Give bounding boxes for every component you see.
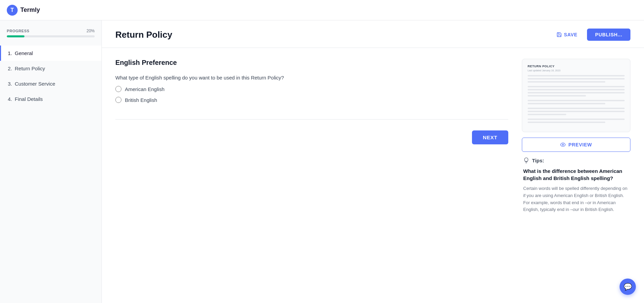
sidebar-item-customer-service[interactable]: 3. Customer Service bbox=[0, 76, 101, 91]
radio-american[interactable] bbox=[115, 86, 121, 92]
save-button[interactable]: SAVE bbox=[551, 29, 583, 40]
chat-icon: 💬 bbox=[624, 283, 632, 291]
form-section: English Preference What type of English … bbox=[115, 59, 508, 292]
nav-item-label: Final Details bbox=[15, 96, 43, 102]
content-body: English Preference What type of English … bbox=[102, 48, 644, 303]
doc-line bbox=[528, 114, 566, 115]
preview-button[interactable]: PREVIEW bbox=[522, 138, 630, 152]
logo-name: Termly bbox=[20, 6, 40, 14]
lightbulb-icon bbox=[523, 157, 529, 163]
doc-line bbox=[528, 108, 625, 109]
doc-line bbox=[528, 75, 625, 76]
section-title: English Preference bbox=[115, 59, 508, 67]
radio-group: American English British English bbox=[115, 86, 508, 103]
nav-item-label: Return Policy bbox=[15, 66, 45, 71]
preview-button-label: PREVIEW bbox=[568, 142, 592, 147]
doc-line bbox=[528, 86, 625, 87]
logo-area: T Termly bbox=[7, 5, 40, 16]
document-preview: RETURN POLICY Last updated January 16, 2… bbox=[522, 59, 630, 132]
tips-question: What is the difference between American … bbox=[523, 167, 629, 182]
progress-bar bbox=[7, 35, 95, 37]
radio-option-british[interactable]: British English bbox=[115, 97, 508, 103]
progress-percentage: 20% bbox=[87, 29, 95, 33]
doc-line bbox=[528, 111, 625, 112]
next-button[interactable]: NEXT bbox=[472, 130, 508, 144]
doc-line bbox=[528, 81, 605, 83]
radio-british[interactable] bbox=[115, 97, 121, 103]
section-divider bbox=[115, 119, 508, 120]
doc-line bbox=[528, 119, 625, 120]
sidebar: PROGRESS 20% 1. General 2. Return Policy… bbox=[0, 20, 102, 303]
content-area: Return Policy SAVE PUBLISH... English Pr… bbox=[102, 20, 644, 303]
nav-item-number: 4. bbox=[8, 96, 12, 102]
chat-bubble[interactable]: 💬 bbox=[620, 279, 636, 295]
doc-preview-title: RETURN POLICY bbox=[528, 65, 625, 68]
top-navigation: T Termly bbox=[0, 0, 644, 20]
doc-preview-date: Last updated January 16, 2023 bbox=[528, 69, 625, 72]
main-layout: PROGRESS 20% 1. General 2. Return Policy… bbox=[0, 20, 644, 303]
sidebar-item-final-details[interactable]: 4. Final Details bbox=[0, 91, 101, 107]
radio-label-british: British English bbox=[125, 97, 157, 103]
doc-line bbox=[528, 122, 605, 123]
nav-item-number: 1. bbox=[8, 50, 12, 56]
tips-header-text: Tips: bbox=[532, 158, 544, 163]
progress-section: PROGRESS 20% bbox=[0, 29, 101, 46]
sidebar-item-return-policy[interactable]: 2. Return Policy bbox=[0, 61, 101, 76]
sidebar-item-general[interactable]: 1. General bbox=[0, 46, 101, 61]
question-text: What type of English spelling do you wan… bbox=[115, 75, 508, 81]
nav-item-number: 3. bbox=[8, 81, 12, 87]
radio-label-american: American English bbox=[125, 86, 165, 92]
doc-line bbox=[528, 100, 625, 101]
logo-icon: T bbox=[7, 5, 18, 16]
progress-label: PROGRESS bbox=[7, 29, 30, 33]
nav-items: 1. General 2. Return Policy 3. Customer … bbox=[0, 46, 101, 107]
doc-line bbox=[528, 95, 586, 96]
nav-item-label: Customer Service bbox=[15, 81, 55, 87]
content-header: Return Policy SAVE PUBLISH... bbox=[102, 20, 644, 48]
doc-line bbox=[528, 78, 625, 79]
page-title: Return Policy bbox=[115, 30, 172, 40]
nav-item-label: General bbox=[15, 50, 33, 56]
right-panel: RETURN POLICY Last updated January 16, 2… bbox=[522, 59, 630, 292]
header-actions: SAVE PUBLISH... bbox=[551, 29, 630, 41]
radio-option-american[interactable]: American English bbox=[115, 86, 508, 92]
svg-point-0 bbox=[562, 144, 564, 145]
doc-line bbox=[528, 103, 605, 104]
tips-body: Certain words will be spelled differentl… bbox=[523, 185, 629, 213]
publish-button[interactable]: PUBLISH... bbox=[587, 29, 630, 41]
doc-line bbox=[528, 89, 625, 90]
save-icon bbox=[556, 32, 562, 37]
nav-item-number: 2. bbox=[8, 66, 12, 71]
progress-bar-fill bbox=[7, 35, 24, 37]
doc-line bbox=[528, 92, 625, 93]
tips-section: Tips: What is the difference between Ame… bbox=[522, 157, 630, 213]
eye-icon bbox=[560, 142, 566, 147]
